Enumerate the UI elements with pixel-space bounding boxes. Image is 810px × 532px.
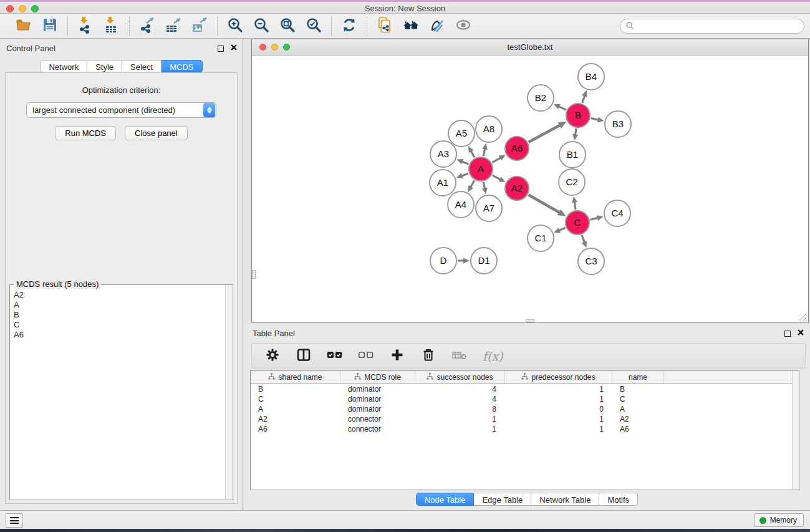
table-cell[interactable]: 4 — [415, 394, 505, 404]
zoom-out-button[interactable] — [251, 16, 271, 36]
table-cell[interactable]: 1 — [505, 384, 612, 394]
table-row[interactable]: Adominator80A — [251, 404, 799, 414]
column-header-shared-name[interactable]: shared name — [251, 371, 340, 384]
network-canvas[interactable]: B4B2BB3A5A8A6B1A3AC2A1A2A4A7C4CC1C3DD1 — [252, 56, 808, 322]
table-cell[interactable]: A6 — [612, 424, 664, 434]
table-cell[interactable]: C — [251, 394, 340, 404]
import-network-button[interactable] — [75, 16, 95, 36]
column-header-successor-nodes[interactable]: successor nodes — [415, 371, 505, 384]
edge-B-B4[interactable] — [582, 95, 585, 103]
edge-C-C4[interactable] — [590, 218, 598, 220]
network-document-button[interactable] — [375, 16, 395, 36]
table-cell[interactable]: 1 — [505, 394, 612, 404]
result-item[interactable]: B — [11, 310, 225, 320]
column-header-predecessor-nodes[interactable]: predecessor nodes — [505, 371, 612, 384]
deselect-all-button[interactable] — [358, 348, 374, 364]
select-all-button[interactable] — [327, 348, 343, 364]
zoom-in-button[interactable] — [225, 16, 245, 36]
criterion-dropdown[interactable]: largest connected component (directed) — [26, 102, 216, 118]
result-item[interactable]: A — [11, 300, 225, 310]
node-label-A6: A6 — [511, 143, 523, 153]
table-row[interactable]: A6connector11A6 — [251, 424, 799, 434]
table-cell[interactable]: connector — [340, 414, 415, 424]
table-cell[interactable]: A6 — [251, 424, 340, 434]
table-cell[interactable]: 4 — [415, 384, 505, 394]
splitter-handle-icon[interactable] — [526, 319, 534, 322]
import-table-button[interactable] — [102, 16, 122, 36]
table-cell[interactable]: dominator — [340, 404, 415, 414]
edge-A6-B[interactable] — [528, 125, 560, 142]
tab-style[interactable]: Style — [87, 60, 122, 73]
result-item[interactable]: A6 — [11, 330, 225, 340]
tab-network-table[interactable]: Network Table — [531, 493, 599, 506]
edge-A2-C[interactable] — [528, 195, 560, 213]
table-cell[interactable]: A2 — [251, 414, 340, 424]
tab-edge-table[interactable]: Edge Table — [474, 493, 531, 506]
table-row[interactable]: A2connector11A2 — [251, 414, 799, 424]
table-cell[interactable]: B — [251, 384, 340, 394]
table-cell[interactable]: A — [251, 404, 340, 414]
table-cell[interactable]: A — [612, 404, 664, 414]
tab-network[interactable]: Network — [40, 60, 87, 73]
memory-button[interactable]: Memory — [754, 513, 804, 527]
table-cell[interactable]: A2 — [612, 414, 664, 424]
tab-motifs[interactable]: Motifs — [599, 493, 638, 506]
hide-labels-button[interactable] — [427, 16, 447, 36]
refresh-button[interactable] — [339, 16, 359, 36]
edge-A-A6[interactable] — [492, 157, 501, 162]
close-panel-icon[interactable] — [797, 329, 804, 338]
tab-select[interactable]: Select — [122, 60, 162, 73]
table-cell[interactable]: 8 — [415, 404, 505, 414]
zoom-fit-button[interactable] — [277, 16, 297, 36]
splitter-handle-icon[interactable] — [252, 270, 256, 279]
search-input[interactable] — [634, 20, 804, 32]
column-header-name[interactable]: name — [612, 371, 664, 384]
export-image-button[interactable] — [190, 16, 210, 36]
eye-button[interactable] — [453, 16, 473, 36]
task-history-button[interactable] — [6, 513, 23, 528]
table-cell[interactable]: dominator — [340, 394, 415, 404]
delete-button[interactable] — [420, 348, 436, 364]
edge-B-B2[interactable] — [558, 106, 566, 110]
table-cell[interactable]: 0 — [505, 404, 612, 414]
gear-button[interactable] — [264, 348, 281, 364]
search-field[interactable] — [620, 19, 804, 34]
table-cell[interactable]: 1 — [415, 424, 505, 434]
table-cell[interactable]: B — [612, 384, 664, 394]
home-button[interactable] — [401, 16, 421, 36]
close-panel-icon[interactable] — [230, 44, 238, 53]
result-item[interactable]: C — [11, 320, 225, 330]
run-mcds-button[interactable]: Run MCDS — [55, 126, 116, 140]
table-scrollbar[interactable] — [792, 371, 799, 490]
edge-C-C3[interactable] — [582, 235, 585, 243]
float-panel-icon[interactable] — [218, 46, 224, 52]
open-session-button[interactable] — [14, 16, 34, 36]
table-cell[interactable]: dominator — [340, 384, 415, 394]
table-cell[interactable]: C — [612, 394, 664, 404]
zoom-selected-button[interactable] — [304, 16, 324, 36]
edge-A-A4[interactable] — [470, 180, 475, 188]
save-session-button[interactable] — [40, 16, 60, 36]
close-panel-button[interactable]: Close panel — [125, 126, 188, 140]
table-row[interactable]: Bdominator41B — [251, 384, 799, 394]
node-label-C: C — [574, 217, 581, 228]
export-table-button[interactable] — [163, 16, 183, 36]
float-panel-icon[interactable] — [784, 331, 791, 337]
tab-node-table[interactable]: Node Table — [416, 493, 475, 506]
result-item[interactable]: A2 — [11, 290, 225, 300]
table-cell[interactable]: 1 — [415, 414, 505, 424]
table-cell[interactable]: 1 — [505, 414, 612, 424]
table-cell[interactable]: 1 — [505, 424, 612, 434]
network-window-titlebar[interactable]: testGlobe.txt — [252, 39, 808, 56]
edge-A-A2[interactable] — [493, 175, 501, 180]
export-network-button[interactable] — [137, 16, 157, 36]
column-header-MCDS-role[interactable]: MCDS role — [340, 371, 415, 384]
edge-C-C2[interactable] — [574, 201, 576, 210]
columns-button[interactable] — [296, 348, 312, 364]
table-row[interactable]: Cdominator41C — [251, 394, 799, 404]
result-scrollbar[interactable] — [225, 286, 232, 499]
tab-mcds[interactable]: MCDS — [162, 60, 202, 73]
edge-B-B3[interactable] — [591, 118, 599, 120]
table-cell[interactable]: connector — [340, 424, 415, 434]
add-button[interactable] — [389, 348, 405, 364]
